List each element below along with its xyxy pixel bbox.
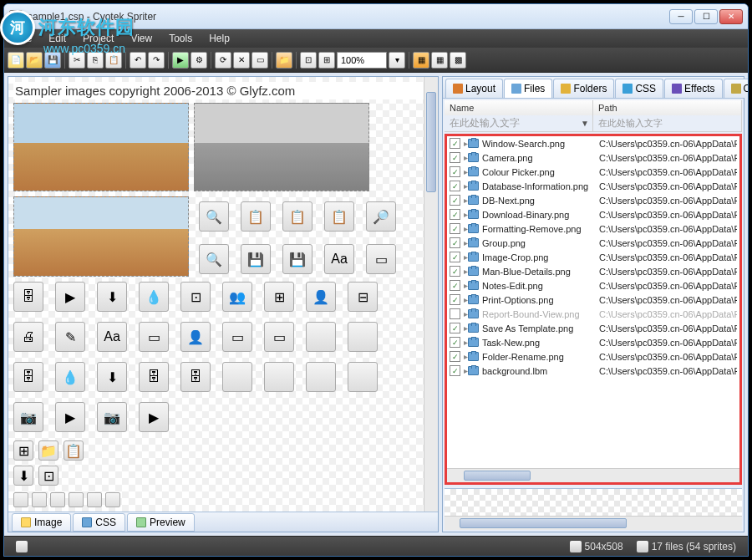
maximize-button[interactable]: ☐ [694, 9, 718, 24]
file-checkbox[interactable]: ✓ [450, 323, 460, 333]
file-checkbox[interactable]: ✓ [450, 280, 460, 291]
sprite-canvas[interactable]: Sampler images copyright 2006-2013 © Gly… [8, 77, 438, 512]
sprite-icon-small[interactable]: 📁 [38, 440, 58, 461]
save-button[interactable]: 💾 [44, 52, 61, 69]
sprite-icon[interactable]: ⊟ [348, 282, 378, 312]
sprite-icon[interactable]: 📋 [324, 201, 354, 232]
sprite-icon[interactable]: 🗄 [180, 362, 211, 392]
sprite-icon[interactable]: 💧 [139, 282, 169, 312]
new-button[interactable]: 📄 [8, 52, 24, 69]
export-button[interactable]: ▶ [172, 52, 189, 69]
sprite-icon[interactable]: ▶ [55, 402, 85, 432]
tab-optimize[interactable]: Optimize [724, 79, 749, 98]
file-row[interactable]: ▸Report-Bound-View.pngC:\Users\pc0359.cn… [447, 307, 739, 321]
sprite-icon[interactable] [348, 322, 378, 352]
sprite-icon[interactable]: 🖨 [13, 322, 43, 352]
sprite-icon-tiny[interactable] [69, 492, 84, 507]
sprite-icon[interactable]: 📷 [97, 402, 127, 432]
sprite-icon-small[interactable]: ⊡ [38, 466, 58, 486]
paste-button[interactable]: 📋 [105, 52, 122, 69]
filter-icon[interactable]: ▼ [581, 119, 589, 128]
tab-files[interactable]: Files [504, 79, 552, 98]
sprite-icon[interactable] [306, 322, 336, 352]
zoom-dropdown[interactable]: ▾ [389, 52, 405, 69]
sprite-icon-tiny[interactable] [105, 492, 120, 507]
tab-folders[interactable]: Folders [553, 79, 614, 98]
sprite-icon[interactable]: ▭ [222, 322, 252, 352]
sprite-icon[interactable]: ⬇ [97, 362, 127, 392]
file-list-horizontal-scrollbar[interactable] [447, 468, 739, 482]
redo-button[interactable]: ↷ [148, 52, 165, 69]
canvas-vertical-scrollbar[interactable] [424, 77, 438, 512]
file-checkbox[interactable]: ✓ [450, 223, 460, 234]
sprite-icon[interactable]: ⬇ [97, 282, 127, 312]
sprite-icon[interactable]: 📷 [13, 402, 43, 432]
sprite-icon-tiny[interactable] [13, 492, 28, 507]
file-checkbox[interactable]: ✓ [450, 365, 460, 376]
preview-horizontal-scrollbar[interactable] [445, 516, 742, 530]
filter-path-input[interactable]: 在此处输入文字 [593, 115, 742, 131]
sprite-icon[interactable]: 🔍 [199, 244, 229, 274]
cut-button[interactable]: ✂ [69, 52, 85, 69]
sprite-icon[interactable]: 👥 [222, 282, 252, 312]
sprite-icon-small[interactable]: ⊞ [13, 440, 33, 461]
sprite-icon[interactable]: 🔎 [366, 201, 396, 232]
file-checkbox[interactable]: ✓ [450, 294, 460, 305]
sprite-icon[interactable]: ▶ [55, 282, 85, 312]
sprite-icon[interactable]: ▭ [139, 322, 169, 352]
sprite-icon[interactable]: Aa [324, 244, 354, 274]
menu-help[interactable]: Help [201, 30, 238, 47]
file-checkbox[interactable]: ✓ [450, 237, 460, 248]
tab-preview[interactable]: Preview [127, 513, 195, 532]
file-row[interactable]: ✓▸Colour Picker.pngC:\Users\pc0359.cn-06… [447, 165, 739, 179]
folder-button[interactable]: 📁 [276, 52, 292, 69]
column-header-name[interactable]: Name [445, 100, 593, 115]
file-checkbox[interactable]: ✓ [450, 166, 460, 177]
sprite-icon[interactable]: Aa [97, 322, 127, 352]
file-row[interactable]: ✓▸Notes-Edit.pngC:\Users\pc0359.cn-06\Ap… [447, 278, 739, 293]
sprite-icon[interactable]: 💾 [282, 244, 312, 274]
sprite-icon[interactable]: ⊡ [180, 282, 211, 312]
filter-name-input[interactable]: 在此处输入文字▼ [445, 115, 593, 131]
sprite-icon-small[interactable]: 📋 [64, 440, 84, 461]
sample-landscape-gray[interactable] [194, 103, 369, 191]
open-button[interactable]: 📂 [26, 52, 43, 69]
menu-tools[interactable]: Tools [160, 30, 201, 47]
sample-landscape-color[interactable] [13, 103, 189, 191]
sprite-icon[interactable]: ▶ [139, 402, 169, 432]
file-row[interactable]: ✓▸Group.pngC:\Users\pc0359.cn-06\AppData… [447, 236, 739, 250]
clear-button[interactable]: ✕ [233, 52, 250, 69]
file-checkbox[interactable]: ✓ [450, 181, 460, 191]
sprite-icon[interactable] [348, 362, 378, 392]
file-checkbox[interactable]: ✓ [450, 152, 460, 163]
file-row[interactable]: ✓▸Save As Template.pngC:\Users\pc0359.cn… [447, 321, 739, 335]
sprite-icon-tiny[interactable] [50, 492, 65, 507]
sprite-icon[interactable]: 📋 [241, 201, 271, 232]
sprite-icon[interactable] [306, 362, 336, 392]
sprite-icon[interactable]: 🗄 [139, 362, 169, 392]
file-checkbox[interactable]: ✓ [450, 252, 460, 262]
minimize-button[interactable]: ─ [669, 9, 693, 24]
sprite-icon[interactable] [264, 362, 294, 392]
file-row[interactable]: ✓▸background.lbmC:\Users\pc0359.cn-06\Ap… [447, 364, 739, 378]
file-row[interactable]: ✓▸Folder-Rename.pngC:\Users\pc0359.cn-06… [447, 349, 739, 364]
zoom-fit-button[interactable]: ⊡ [300, 52, 317, 69]
sprite-icon[interactable]: 🔍 [199, 201, 229, 232]
file-checkbox[interactable]: ✓ [450, 351, 460, 362]
file-checkbox[interactable]: ✓ [450, 209, 460, 220]
checker-button[interactable]: ▩ [450, 52, 466, 69]
column-header-path[interactable]: Path [593, 100, 742, 115]
file-row[interactable]: ✓▸Formatting-Remove.pngC:\Users\pc0359.c… [447, 221, 739, 236]
copy-button[interactable]: ⎘ [87, 52, 104, 69]
sprite-icon-tiny[interactable] [32, 492, 47, 507]
sprite-icon[interactable]: ⊞ [264, 282, 294, 312]
grid2-button[interactable]: ▦ [431, 52, 448, 69]
titlebar[interactable]: sample1.csp - Cyotek Spriter ─ ☐ ✕ [4, 4, 748, 29]
file-row[interactable]: ✓▸Task-New.pngC:\Users\pc0359.cn-06\AppD… [447, 335, 739, 349]
sprite-icon[interactable]: 👤 [306, 282, 336, 312]
file-row[interactable]: ✓▸Camera.pngC:\Users\pc0359.cn-06\AppDat… [447, 150, 739, 165]
menu-file[interactable]: File [8, 30, 40, 47]
file-row[interactable]: ✓▸Image-Crop.pngC:\Users\pc0359.cn-06\Ap… [447, 250, 739, 264]
menu-view[interactable]: View [122, 30, 160, 47]
tab-css[interactable]: CSS [73, 513, 125, 532]
